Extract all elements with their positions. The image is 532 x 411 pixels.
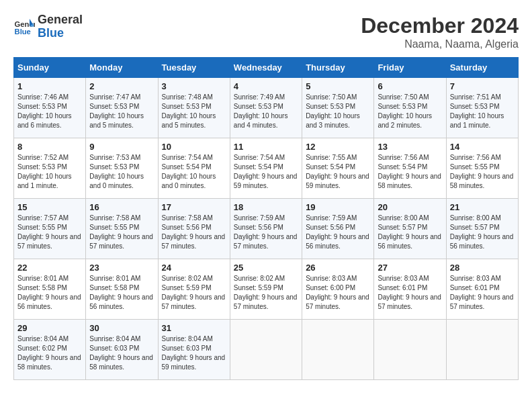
calendar-day-15: 15 Sunrise: 7:57 AMSunset: 5:55 PMDaylig… bbox=[14, 199, 86, 259]
calendar-day-12: 12 Sunrise: 7:55 AMSunset: 5:54 PMDaylig… bbox=[302, 138, 374, 199]
day-num: 7 bbox=[450, 81, 515, 91]
calendar-week-3: 15 Sunrise: 7:57 AMSunset: 5:55 PMDaylig… bbox=[14, 199, 519, 259]
logo-icon: General Blue bbox=[13, 16, 35, 38]
day-info: Sunrise: 8:03 AMSunset: 6:01 PMDaylight:… bbox=[378, 274, 442, 312]
day-num: 19 bbox=[306, 202, 370, 212]
empty-cell bbox=[302, 320, 374, 380]
calendar-day-24: 24 Sunrise: 8:02 AMSunset: 5:59 PMDaylig… bbox=[158, 259, 230, 320]
day-info: Sunrise: 8:04 AMSunset: 6:02 PMDaylight:… bbox=[17, 334, 82, 372]
day-info: Sunrise: 8:04 AMSunset: 6:03 PMDaylight:… bbox=[89, 334, 154, 372]
day-num: 16 bbox=[89, 202, 154, 212]
day-num: 1 bbox=[17, 81, 82, 91]
day-info: Sunrise: 7:59 AMSunset: 5:56 PMDaylight:… bbox=[306, 214, 370, 251]
calendar-day-31: 31 Sunrise: 8:04 AMSunset: 6:03 PMDaylig… bbox=[158, 320, 230, 380]
calendar-day-17: 17 Sunrise: 7:58 AMSunset: 5:56 PMDaylig… bbox=[158, 199, 230, 259]
calendar-day-10: 10 Sunrise: 7:54 AMSunset: 5:54 PMDaylig… bbox=[158, 138, 230, 199]
day-info: Sunrise: 7:50 AMSunset: 5:53 PMDaylight:… bbox=[378, 93, 442, 130]
calendar-day-7: 7 Sunrise: 7:51 AMSunset: 5:53 PMDayligh… bbox=[446, 78, 518, 138]
day-info: Sunrise: 7:49 AMSunset: 5:53 PMDaylight:… bbox=[234, 93, 298, 130]
month-title: December 2024 bbox=[361, 13, 519, 38]
day-header-monday: Monday bbox=[86, 58, 158, 78]
day-info: Sunrise: 7:58 AMSunset: 5:56 PMDaylight:… bbox=[162, 214, 226, 251]
calendar-day-2: 2 Sunrise: 7:47 AMSunset: 5:53 PMDayligh… bbox=[86, 78, 158, 138]
calendar-day-18: 18 Sunrise: 7:59 AMSunset: 5:56 PMDaylig… bbox=[230, 199, 302, 259]
calendar-week-4: 22 Sunrise: 8:01 AMSunset: 5:58 PMDaylig… bbox=[14, 259, 519, 320]
day-num: 2 bbox=[89, 81, 154, 91]
page-header: General Blue General Blue December 2024 … bbox=[13, 13, 519, 50]
day-header-sunday: Sunday bbox=[14, 58, 86, 78]
calendar-week-1: 1 Sunrise: 7:46 AMSunset: 5:53 PMDayligh… bbox=[14, 78, 519, 138]
day-num: 4 bbox=[234, 81, 298, 91]
day-num: 30 bbox=[89, 323, 154, 333]
day-num: 18 bbox=[234, 202, 298, 212]
day-num: 27 bbox=[378, 263, 442, 273]
day-num: 23 bbox=[89, 263, 154, 273]
calendar-day-20: 20 Sunrise: 8:00 AMSunset: 5:57 PMDaylig… bbox=[374, 199, 446, 259]
calendar-day-19: 19 Sunrise: 7:59 AMSunset: 5:56 PMDaylig… bbox=[302, 199, 374, 259]
calendar-day-22: 22 Sunrise: 8:01 AMSunset: 5:58 PMDaylig… bbox=[14, 259, 86, 320]
calendar-day-14: 14 Sunrise: 7:56 AMSunset: 5:55 PMDaylig… bbox=[446, 138, 518, 199]
day-header-friday: Friday bbox=[374, 58, 446, 78]
calendar-day-6: 6 Sunrise: 7:50 AMSunset: 5:53 PMDayligh… bbox=[374, 78, 446, 138]
calendar-day-13: 13 Sunrise: 7:56 AMSunset: 5:54 PMDaylig… bbox=[374, 138, 446, 199]
logo: General Blue General Blue bbox=[13, 13, 83, 40]
calendar-header-row: SundayMondayTuesdayWednesdayThursdayFrid… bbox=[14, 58, 519, 78]
day-header-wednesday: Wednesday bbox=[230, 58, 302, 78]
day-num: 28 bbox=[450, 263, 515, 273]
day-info: Sunrise: 7:58 AMSunset: 5:55 PMDaylight:… bbox=[89, 214, 154, 251]
calendar-day-1: 1 Sunrise: 7:46 AMSunset: 5:53 PMDayligh… bbox=[14, 78, 86, 138]
day-num: 25 bbox=[234, 263, 298, 273]
calendar-day-26: 26 Sunrise: 8:03 AMSunset: 6:00 PMDaylig… bbox=[302, 259, 374, 320]
day-num: 10 bbox=[162, 142, 226, 152]
day-info: Sunrise: 8:00 AMSunset: 5:57 PMDaylight:… bbox=[450, 214, 515, 251]
day-num: 12 bbox=[306, 142, 370, 152]
day-num: 3 bbox=[162, 81, 226, 91]
day-info: Sunrise: 7:55 AMSunset: 5:54 PMDaylight:… bbox=[306, 153, 370, 191]
calendar-day-21: 21 Sunrise: 8:00 AMSunset: 5:57 PMDaylig… bbox=[446, 199, 518, 259]
day-info: Sunrise: 8:01 AMSunset: 5:58 PMDaylight:… bbox=[17, 274, 82, 312]
calendar-day-29: 29 Sunrise: 8:04 AMSunset: 6:02 PMDaylig… bbox=[14, 320, 86, 380]
day-num: 5 bbox=[306, 81, 370, 91]
day-header-thursday: Thursday bbox=[302, 58, 374, 78]
calendar-day-16: 16 Sunrise: 7:58 AMSunset: 5:55 PMDaylig… bbox=[86, 199, 158, 259]
day-info: Sunrise: 7:46 AMSunset: 5:53 PMDaylight:… bbox=[17, 93, 82, 130]
day-info: Sunrise: 7:53 AMSunset: 5:53 PMDaylight:… bbox=[89, 153, 154, 191]
day-info: Sunrise: 8:01 AMSunset: 5:58 PMDaylight:… bbox=[89, 274, 154, 312]
empty-cell bbox=[446, 320, 518, 380]
day-info: Sunrise: 8:04 AMSunset: 6:03 PMDaylight:… bbox=[162, 334, 226, 372]
logo-text: General Blue bbox=[38, 13, 83, 40]
day-num: 6 bbox=[378, 81, 442, 91]
day-num: 11 bbox=[234, 142, 298, 152]
calendar-day-25: 25 Sunrise: 8:02 AMSunset: 5:59 PMDaylig… bbox=[230, 259, 302, 320]
day-info: Sunrise: 7:57 AMSunset: 5:55 PMDaylight:… bbox=[17, 214, 82, 251]
day-info: Sunrise: 7:56 AMSunset: 5:54 PMDaylight:… bbox=[378, 153, 442, 191]
day-info: Sunrise: 7:52 AMSunset: 5:53 PMDaylight:… bbox=[17, 153, 82, 191]
day-num: 31 bbox=[162, 323, 226, 333]
calendar-day-4: 4 Sunrise: 7:49 AMSunset: 5:53 PMDayligh… bbox=[230, 78, 302, 138]
empty-cell bbox=[374, 320, 446, 380]
calendar-day-3: 3 Sunrise: 7:48 AMSunset: 5:53 PMDayligh… bbox=[158, 78, 230, 138]
calendar-day-30: 30 Sunrise: 8:04 AMSunset: 6:03 PMDaylig… bbox=[86, 320, 158, 380]
day-info: Sunrise: 8:02 AMSunset: 5:59 PMDaylight:… bbox=[234, 274, 298, 312]
calendar-day-23: 23 Sunrise: 8:01 AMSunset: 5:58 PMDaylig… bbox=[86, 259, 158, 320]
day-info: Sunrise: 8:03 AMSunset: 6:01 PMDaylight:… bbox=[450, 274, 515, 312]
calendar-day-28: 28 Sunrise: 8:03 AMSunset: 6:01 PMDaylig… bbox=[446, 259, 518, 320]
day-info: Sunrise: 7:48 AMSunset: 5:53 PMDaylight:… bbox=[162, 93, 226, 130]
day-num: 22 bbox=[17, 263, 82, 273]
calendar-week-5: 29 Sunrise: 8:04 AMSunset: 6:02 PMDaylig… bbox=[14, 320, 519, 380]
calendar-day-8: 8 Sunrise: 7:52 AMSunset: 5:53 PMDayligh… bbox=[14, 138, 86, 199]
empty-cell bbox=[230, 320, 302, 380]
day-num: 26 bbox=[306, 263, 370, 273]
day-info: Sunrise: 7:59 AMSunset: 5:56 PMDaylight:… bbox=[234, 214, 298, 251]
day-info: Sunrise: 7:51 AMSunset: 5:53 PMDaylight:… bbox=[450, 93, 515, 130]
day-info: Sunrise: 7:56 AMSunset: 5:55 PMDaylight:… bbox=[450, 153, 515, 191]
day-info: Sunrise: 8:00 AMSunset: 5:57 PMDaylight:… bbox=[378, 214, 442, 251]
calendar-day-5: 5 Sunrise: 7:50 AMSunset: 5:53 PMDayligh… bbox=[302, 78, 374, 138]
calendar-day-11: 11 Sunrise: 7:54 AMSunset: 5:54 PMDaylig… bbox=[230, 138, 302, 199]
day-num: 8 bbox=[17, 142, 82, 152]
day-num: 21 bbox=[450, 202, 515, 212]
day-info: Sunrise: 7:50 AMSunset: 5:53 PMDaylight:… bbox=[306, 93, 370, 130]
day-info: Sunrise: 7:54 AMSunset: 5:54 PMDaylight:… bbox=[162, 153, 226, 191]
day-info: Sunrise: 7:47 AMSunset: 5:53 PMDaylight:… bbox=[89, 93, 154, 130]
title-block: December 2024 Naama, Naama, Algeria bbox=[361, 13, 519, 50]
